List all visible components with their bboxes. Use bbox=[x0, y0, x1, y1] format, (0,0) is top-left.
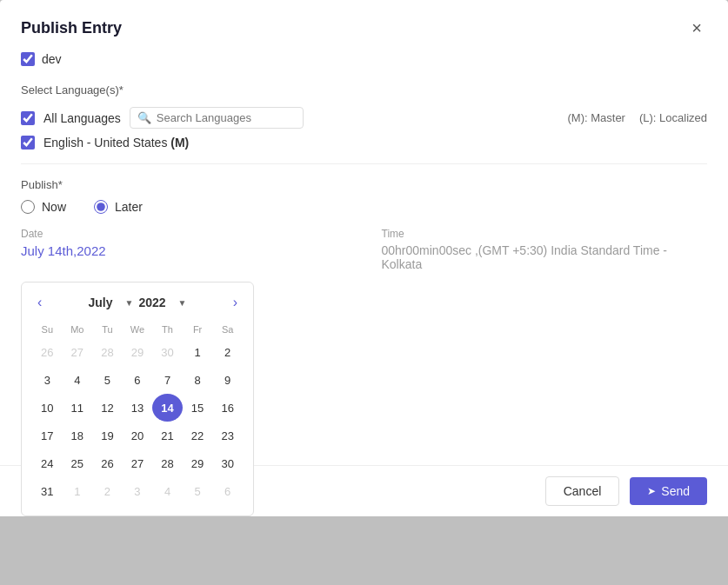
time-label: Time bbox=[382, 228, 708, 240]
modal-title: Publish Entry bbox=[21, 19, 122, 37]
year-wrapper: 2022 ▼ bbox=[138, 296, 186, 309]
calendar-day[interactable]: 24 bbox=[32, 449, 63, 477]
calendar-day[interactable]: 22 bbox=[183, 422, 213, 449]
calendar-day[interactable]: 1 bbox=[183, 338, 213, 366]
calendar-day[interactable]: 30 bbox=[212, 449, 243, 477]
calendar-day[interactable]: 6 bbox=[212, 477, 243, 505]
calendar-header: ‹ July ▼ 2022 ▼ › bbox=[32, 293, 243, 312]
calendar-day[interactable]: 3 bbox=[32, 366, 63, 394]
calendar-day[interactable]: 2 bbox=[92, 477, 123, 505]
calendar-day[interactable]: 3 bbox=[123, 477, 153, 505]
dev-label: dev bbox=[42, 52, 62, 66]
date-label: Date bbox=[21, 228, 347, 240]
time-value: 00hr00min00sec ,(GMT +5:30) India Standa… bbox=[382, 243, 708, 271]
calendar-week-row: 10111213141516 bbox=[32, 394, 243, 422]
calendar-day[interactable]: 14 bbox=[152, 394, 183, 422]
calendar-day[interactable]: 5 bbox=[92, 366, 123, 394]
calendar-day[interactable]: 15 bbox=[183, 394, 213, 422]
calendar-month[interactable]: July bbox=[89, 296, 124, 309]
calendar-day[interactable]: 29 bbox=[183, 449, 213, 477]
calendar-month-year: July ▼ 2022 ▼ bbox=[89, 296, 187, 309]
calendar-day[interactable]: 25 bbox=[63, 449, 93, 477]
divider bbox=[21, 163, 707, 164]
master-badge: (M): Master bbox=[568, 111, 625, 124]
language-section-label: Select Language(s)* bbox=[21, 83, 707, 96]
publish-section: Publish* Now Later bbox=[21, 178, 707, 214]
calendar-day[interactable]: 29 bbox=[123, 338, 153, 366]
calendar-day-header: Mo bbox=[63, 321, 93, 338]
all-languages-row: All Languages 🔍 (M): Master (L): Localiz… bbox=[21, 107, 707, 129]
cancel-button[interactable]: Cancel bbox=[545, 476, 620, 506]
calendar-day[interactable]: 21 bbox=[152, 422, 183, 449]
calendar-day[interactable]: 1 bbox=[63, 477, 93, 505]
dev-checkbox[interactable] bbox=[21, 52, 35, 66]
search-input[interactable] bbox=[157, 111, 296, 124]
lang-left: All Languages 🔍 bbox=[21, 107, 568, 129]
now-radio[interactable] bbox=[21, 200, 35, 214]
calendar-day[interactable]: 4 bbox=[63, 366, 93, 394]
modal-header: Publish Entry × bbox=[21, 17, 707, 38]
lang-badges: (M): Master (L): Localized bbox=[568, 111, 708, 124]
calendar-week-row: 262728293012 bbox=[32, 338, 243, 366]
calendar-day[interactable]: 8 bbox=[183, 366, 213, 394]
calendar-day-header: Th bbox=[152, 321, 183, 338]
english-checkbox[interactable] bbox=[21, 136, 35, 150]
all-languages-checkbox[interactable] bbox=[21, 111, 35, 125]
calendar-day[interactable]: 26 bbox=[92, 449, 123, 477]
calendar-day[interactable]: 20 bbox=[123, 422, 153, 449]
date-value[interactable]: July 14th,2022 bbox=[21, 243, 347, 258]
month-dropdown-arrow: ▼ bbox=[125, 298, 134, 308]
now-label: Now bbox=[42, 200, 66, 214]
send-button[interactable]: ➤ Send bbox=[630, 477, 707, 505]
radio-group: Now Later bbox=[21, 200, 707, 214]
search-icon: 🔍 bbox=[137, 111, 151, 124]
calendar-body: 2627282930123456789101112131415161718192… bbox=[32, 338, 243, 505]
year-dropdown-arrow: ▼ bbox=[178, 298, 187, 308]
calendar-day[interactable]: 27 bbox=[63, 338, 93, 366]
calendar-day[interactable]: 9 bbox=[212, 366, 243, 394]
calendar-day-header: Su bbox=[32, 321, 63, 338]
later-option[interactable]: Later bbox=[94, 200, 143, 214]
language-section: Select Language(s)* All Languages 🔍 (M):… bbox=[21, 83, 707, 150]
calendar-next-button[interactable]: › bbox=[228, 293, 243, 312]
calendar-day[interactable]: 5 bbox=[183, 477, 213, 505]
calendar-prev-button[interactable]: ‹ bbox=[32, 293, 47, 312]
date-time-row: Date July 14th,2022 Time 00hr00min00sec … bbox=[21, 228, 707, 271]
later-radio[interactable] bbox=[94, 200, 108, 214]
localized-badge: (L): Localized bbox=[639, 111, 707, 124]
calendar-day[interactable]: 17 bbox=[32, 422, 63, 449]
now-option[interactable]: Now bbox=[21, 200, 66, 214]
month-wrapper: July ▼ bbox=[89, 296, 134, 309]
calendar: ‹ July ▼ 2022 ▼ › SuMoTuWeThFrSa 2627282… bbox=[21, 282, 254, 516]
calendar-day[interactable]: 7 bbox=[152, 366, 183, 394]
calendar-day-header: We bbox=[123, 321, 153, 338]
search-box: 🔍 bbox=[130, 107, 304, 129]
calendar-day[interactable]: 2 bbox=[212, 338, 243, 366]
calendar-day[interactable]: 4 bbox=[152, 477, 183, 505]
calendar-day[interactable]: 18 bbox=[63, 422, 93, 449]
calendar-day[interactable]: 27 bbox=[123, 449, 153, 477]
calendar-day[interactable]: 12 bbox=[92, 394, 123, 422]
later-label: Later bbox=[115, 200, 143, 214]
calendar-year[interactable]: 2022 bbox=[138, 296, 176, 309]
calendar-day[interactable]: 28 bbox=[92, 338, 123, 366]
calendar-day[interactable]: 11 bbox=[63, 394, 93, 422]
calendar-day[interactable]: 31 bbox=[32, 477, 63, 505]
calendar-day[interactable]: 26 bbox=[32, 338, 63, 366]
send-label: Send bbox=[661, 484, 690, 498]
calendar-day[interactable]: 30 bbox=[152, 338, 183, 366]
calendar-day[interactable]: 13 bbox=[123, 394, 153, 422]
calendar-day[interactable]: 19 bbox=[92, 422, 123, 449]
calendar-week-row: 3456789 bbox=[32, 366, 243, 394]
close-button[interactable]: × bbox=[686, 17, 707, 38]
modal: Publish Entry × dev Select Language(s)* … bbox=[0, 0, 728, 516]
calendar-day[interactable]: 28 bbox=[152, 449, 183, 477]
calendar-day[interactable]: 16 bbox=[212, 394, 243, 422]
calendar-day[interactable]: 23 bbox=[212, 422, 243, 449]
english-label: English - United States (M) bbox=[43, 136, 189, 150]
calendar-day-header: Tu bbox=[92, 321, 123, 338]
all-languages-label: All Languages bbox=[43, 111, 121, 125]
calendar-day[interactable]: 10 bbox=[32, 394, 63, 422]
calendar-day[interactable]: 6 bbox=[123, 366, 153, 394]
calendar-week-row: 31123456 bbox=[32, 477, 243, 505]
